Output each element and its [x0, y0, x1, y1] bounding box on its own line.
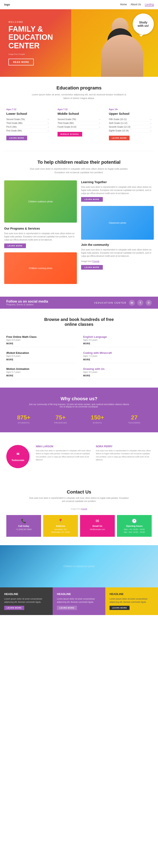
- class-english-more[interactable]: MORE: [83, 342, 152, 345]
- education-programs-section: Education programs Lorem ipsum dolor sit…: [0, 77, 158, 151]
- footer-card-2-btn[interactable]: LEARN MORE: [57, 606, 77, 610]
- education-title: Education programs: [4, 85, 154, 91]
- hero-cta-button[interactable]: READ MORE: [8, 59, 34, 65]
- address-info: Novashire, DCWashington DC 21001: [46, 528, 75, 533]
- stat-teachers: 27 TEACHERS: [117, 414, 152, 424]
- community-block: Join the community Duis aute irure dolor…: [81, 243, 154, 270]
- grade-item: Second Grade (7th)→: [6, 118, 49, 121]
- contact-email: ✉ Email Us info@sample.com: [80, 515, 115, 537]
- why-title: Why choose us?: [6, 396, 152, 402]
- class-minecraft: Coding with Minecraft Ages 7-9 years MOR…: [83, 349, 152, 363]
- learning-together-btn[interactable]: LEARN MORE: [81, 197, 103, 202]
- potential-img-classroom: Classroom photo: [81, 206, 154, 240]
- class-irobot-more[interactable]: MORE: [6, 359, 75, 361]
- location-icon: 📍: [46, 518, 75, 523]
- grade-item: Third Grade (8th)→: [6, 121, 49, 125]
- address-title: Address: [46, 525, 75, 527]
- contact-title: Contact Us: [6, 489, 152, 495]
- contact-subtitle: Duis aute irure dolor in reprehenderit i…: [29, 496, 129, 503]
- nav-landing[interactable]: Landing: [145, 3, 154, 6]
- stats-grid: 875+ STUDENTS 75+ PROGRAMS 150+ EVENTS 2…: [6, 414, 152, 424]
- class-math-age: Ages 6-8 years: [6, 339, 75, 341]
- upper-age: Ages 14+: [109, 108, 152, 111]
- programs-grid: Ages 7-12 Lower School Second Grade (7th…: [4, 106, 154, 143]
- navigation: logo Home About Us Landing: [0, 0, 158, 9]
- email-title: Email Us: [83, 525, 112, 527]
- upper-learn-btn[interactable]: LEARN MORE: [109, 136, 130, 140]
- footer-cards: HEADLINE Lorem ipsum dolor sit amet cons…: [0, 587, 158, 615]
- program-upper: Ages 14+ Upper School Fifth Grade (10-11…: [107, 106, 154, 143]
- class-drawing-title: Drawing with Us: [83, 367, 152, 371]
- contact-boxes: 📞 Call today +1 (234) 567-8910 📍 Address…: [6, 515, 152, 537]
- class-drawing-age: Ages 3-5 years: [83, 371, 152, 373]
- contact-hours: 🕐 Opening hours Mon – Fri: 10:00 – 23:00…: [117, 515, 152, 537]
- phone-icon: 📞: [9, 518, 39, 523]
- class-minecraft-more[interactable]: MORE: [83, 359, 152, 361]
- social-instagram-icon[interactable]: ©: [146, 300, 152, 306]
- testimonial-nina: NINA LARSON Duis aute irure dolor in rep…: [36, 445, 92, 461]
- stat-programs-label: PROGRAMS: [43, 422, 78, 424]
- stat-students-num: 875+: [6, 414, 41, 421]
- stat-programs-num: 75+: [43, 414, 78, 421]
- footer-card-3-btn[interactable]: LEARN MORE: [110, 606, 129, 610]
- class-math-title: Free Online Math Class: [6, 335, 75, 338]
- hours-info: Mon – Fri: 10:00 – 23:00Sat – Sun: 10:00…: [119, 528, 149, 533]
- footer-card-2-title: HEADLINE: [57, 592, 101, 596]
- stat-events-num: 150+: [80, 414, 115, 421]
- class-minecraft-title: Coding with Minecraft: [83, 351, 152, 354]
- potential-title: To help children realize their potential: [4, 159, 154, 165]
- middle-learn-btn[interactable]: MIDDLE SCHOOL: [57, 132, 82, 136]
- testimonials-cards: NINA LARSON Duis aute irure dolor in rep…: [36, 445, 152, 461]
- hours-title: Opening hours: [119, 525, 149, 527]
- grade-item: Eighth Grade (13-14)→: [109, 129, 152, 133]
- call-title: Call today: [9, 525, 39, 527]
- upper-grades: Fifth Grade (10-11)→ Sixth Grade (11-12)…: [109, 118, 152, 133]
- testimonials-wrap: ❝ Testimonials NINA LARSON Duis aute iru…: [6, 441, 152, 472]
- contact-call: 📞 Call today +1 (234) 567-8910: [6, 515, 41, 537]
- why-subtitle: Join our community of life long learners…: [29, 403, 129, 408]
- class-irobot: iRobot Education Ages 8-9 years MORE: [6, 349, 75, 363]
- middle-grades: Second Grade (7th)→ Third Grade (8th)→ F…: [57, 118, 100, 129]
- programs-services-title: Our Programs & Services: [4, 227, 77, 230]
- call-number: +1 (234) 567-8910: [9, 528, 39, 531]
- class-english: English Language Ages 4-6 years MORE: [83, 333, 152, 347]
- potential-section: To help children realize their potential…: [0, 151, 158, 297]
- grade-item: First Grade (9th)→: [6, 129, 49, 133]
- social-bar: Follow us on social media Programs, Even…: [0, 297, 158, 309]
- testimonials-label: Testimonials: [11, 459, 24, 461]
- class-animation-more[interactable]: MORE: [6, 374, 75, 377]
- grade-item: Seventh Grade (12-13)→: [109, 125, 152, 129]
- stat-events-label: EVENTS: [80, 422, 115, 424]
- footer-card-3: HEADLINE Lorem ipsum dolor sit amet cons…: [105, 587, 158, 615]
- community-title: Join the community: [81, 243, 154, 246]
- nav-about[interactable]: About Us: [131, 3, 141, 6]
- contact-photo-inner: Children in classroom photo: [0, 545, 158, 587]
- hero-image-credit: Image from Freepik: [8, 53, 53, 55]
- grade-item: Fourth Grade (9-10)→: [57, 125, 100, 129]
- testimonial-nora: NORA PERRY Duis aute irure dolor in repr…: [96, 445, 152, 461]
- programs-services-btn[interactable]: LEARN MORE: [4, 244, 26, 248]
- social-facebook-icon[interactable]: f: [137, 300, 143, 306]
- learning-together-text: Duis aute irure dolor in reprehenderit i…: [81, 185, 154, 195]
- nav-home[interactable]: Home: [120, 3, 127, 6]
- class-drawing-more[interactable]: MORE: [83, 374, 152, 377]
- potential-grid: Children outdoors photo Our Programs & S…: [4, 180, 154, 288]
- class-animation-age: Ages 5-7 years: [6, 371, 75, 373]
- lower-learn-btn[interactable]: LEARN MORE: [6, 136, 27, 140]
- class-english-age: Ages 4-6 years: [83, 339, 152, 341]
- class-irobot-age: Ages 8-9 years: [6, 355, 75, 357]
- community-btn[interactable]: LEARN MORE: [81, 265, 103, 270]
- potential-img-children-running: Children running photo: [4, 252, 77, 284]
- contact-address: 📍 Address Novashire, DCWashington DC 210…: [43, 515, 78, 537]
- class-math-more[interactable]: MORE: [6, 342, 75, 345]
- social-title: Follow us on social media: [6, 300, 48, 303]
- stat-programs: 75+ PROGRAMS: [43, 414, 78, 424]
- social-left: Follow us on social media Programs, Even…: [6, 300, 48, 306]
- hero-study-bubble: Studywith us!: [133, 13, 154, 35]
- stat-teachers-label: TEACHERS: [117, 422, 152, 424]
- footer-card-1-btn[interactable]: LEARN MORE: [4, 606, 24, 610]
- nora-text: Duis aute irure dolor in reprehenderit i…: [96, 449, 152, 461]
- class-math: Free Online Math Class Ages 6-8 years MO…: [6, 333, 75, 347]
- contact-credit-link[interactable]: Freepik: [81, 508, 87, 510]
- social-linkedin-icon[interactable]: in: [129, 300, 135, 306]
